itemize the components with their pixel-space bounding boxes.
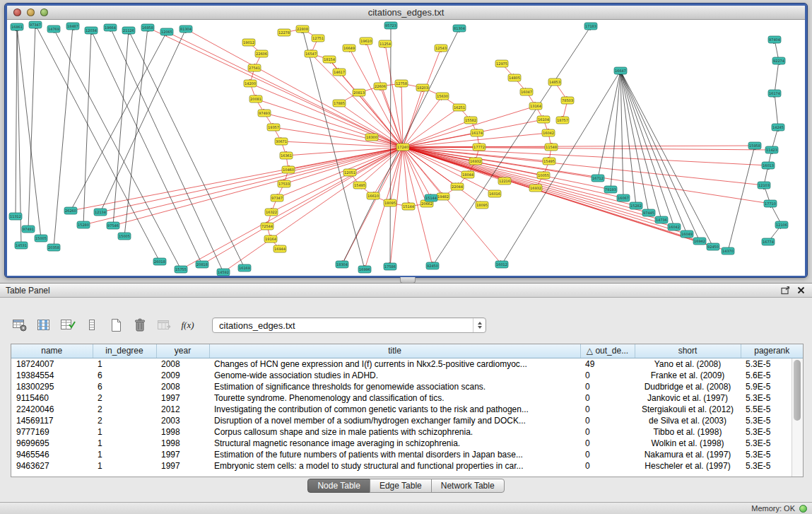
graph-node[interactable]: 95723 <box>384 22 397 29</box>
graph-node[interactable]: 15958 <box>748 142 761 149</box>
table-cell[interactable]: 0 <box>580 426 635 438</box>
graph-node[interactable]: 12134 <box>94 209 107 216</box>
graph-node[interactable]: 97347 <box>271 194 283 201</box>
graph-node[interactable]: 16169 <box>238 264 251 271</box>
graph-node[interactable]: 16712 <box>592 175 604 182</box>
graph-node[interactable]: 13164 <box>529 103 542 110</box>
table-cell[interactable]: Dudbridge et al. (2008) <box>635 381 741 392</box>
graph-node[interactable]: 97347 <box>29 21 42 28</box>
graph-node[interactable]: 97404 <box>768 36 781 43</box>
graph-node[interactable]: 16016 <box>488 190 501 197</box>
float-panel-icon[interactable] <box>779 286 791 296</box>
graph-node[interactable]: 15144 <box>425 194 437 201</box>
tab-network-table[interactable]: Network Table <box>431 479 505 493</box>
graph-node[interactable]: 12975 <box>495 60 508 67</box>
graph-node[interactable]: 16647 <box>614 67 627 74</box>
graph-node[interactable]: 16013 <box>762 162 775 169</box>
graph-node[interactable]: 18095 <box>384 199 396 206</box>
table-cell[interactable]: Genome-wide association studies in ADHD. <box>209 370 580 381</box>
table-vertical-scrollbar[interactable] <box>792 358 803 477</box>
graph-node[interactable]: 14769 <box>47 25 60 33</box>
graph-node[interactable]: 12758 <box>395 80 408 87</box>
graph-node[interactable]: 12051 <box>343 169 356 176</box>
table-cell[interactable]: Structural magnetic resonance image aver… <box>209 438 580 449</box>
table-cell[interactable]: Investigating the contribution of common… <box>209 404 580 415</box>
graph-node[interactable]: 10055 <box>537 172 550 179</box>
graph-node[interactable]: 11254 <box>379 40 392 47</box>
graph-node[interactable]: 14617 <box>333 69 346 76</box>
row-height-icon[interactable] <box>82 316 101 335</box>
graph-node[interactable]: 16322 <box>265 209 278 216</box>
table-cell[interactable]: 0 <box>580 370 635 381</box>
graph-node[interactable]: 16774 <box>762 238 775 245</box>
table-row[interactable]: 977716911998Corpus callosum shape and si… <box>11 426 803 438</box>
table-cell[interactable]: 9115460 <box>11 392 93 404</box>
graph-node[interactable]: 81304 <box>180 25 192 33</box>
tab-node-table[interactable]: Node Table <box>307 479 370 493</box>
graph-node[interactable]: 15495 <box>543 158 555 165</box>
table-row[interactable]: 2242004622012Investigating the contribut… <box>11 404 803 415</box>
table-cell[interactable]: Corpus callosum shape and size in male p… <box>209 426 580 438</box>
table-cell[interactable]: Jankovic et al. (1997) <box>635 392 741 404</box>
graph-node[interactable]: 17240 <box>396 144 409 151</box>
show-columns-icon[interactable] <box>34 316 53 335</box>
graph-node[interactable]: 14805 <box>508 74 521 81</box>
graph-node[interactable]: 26260 <box>64 207 77 214</box>
graph-node[interactable]: 19012 <box>242 39 255 46</box>
graph-node[interactable]: 12216 <box>498 177 511 185</box>
delete-table-trash-icon[interactable] <box>130 316 149 335</box>
graph-node[interactable]: 16861 <box>11 23 23 30</box>
graph-node[interactable]: 16942 <box>693 238 706 245</box>
table-cell[interactable]: 1997 <box>156 449 209 460</box>
graph-node[interactable]: 15630 <box>436 93 449 100</box>
window-minimize-button[interactable] <box>27 8 35 16</box>
table-cell[interactable]: 1 <box>93 358 156 370</box>
table-cell[interactable]: 2 <box>93 392 156 404</box>
graph-node[interactable]: 18487 <box>66 23 79 30</box>
table-cell[interactable]: Tourette syndrome. Phenomenology and cla… <box>209 392 580 404</box>
graph-node[interactable]: 97445 <box>642 209 655 216</box>
graph-node[interactable]: 15755 <box>175 266 187 273</box>
graph-node[interactable]: 17772 <box>473 144 486 151</box>
import-table-icon[interactable] <box>154 316 173 335</box>
table-cell[interactable]: Nakamura et al. (1997) <box>635 449 741 460</box>
graph-node[interactable]: 16049 <box>681 230 693 238</box>
table-cell[interactable]: 0 <box>580 438 635 449</box>
graph-node[interactable]: 17586 <box>384 263 396 270</box>
column-header-year[interactable]: year <box>156 344 209 358</box>
window-titlebar[interactable]: citations_edges.txt <box>7 6 805 20</box>
table-cell[interactable]: Franke et al. (2009) <box>635 370 741 381</box>
table-cell[interactable]: Embryonic stem cells: a model to study s… <box>209 460 580 472</box>
new-table-icon[interactable] <box>106 316 125 335</box>
graph-node[interactable]: 14592 <box>217 269 230 276</box>
graph-node[interactable]: 19482 <box>437 193 449 200</box>
table-cell[interactable]: 2008 <box>156 358 209 370</box>
table-cell[interactable]: 9699695 <box>11 438 93 449</box>
graph-node[interactable]: 18203 <box>416 84 429 91</box>
tab-edge-table[interactable]: Edge Table <box>370 479 432 493</box>
graph-node[interactable]: 20081 <box>249 95 262 103</box>
table-cell[interactable]: Changes of HCN gene expression and I(f) … <box>209 358 580 370</box>
graph-node[interactable]: 14370 <box>722 247 734 255</box>
table-cell[interactable]: 0 <box>580 381 635 392</box>
graph-node[interactable]: 19610 <box>360 37 372 45</box>
graph-node[interactable]: 14531 <box>15 242 28 249</box>
table-cell[interactable]: 0 <box>580 460 635 472</box>
graph-node[interactable]: 19164 <box>264 235 277 243</box>
table-row[interactable]: 969969511998Structural magnetic resonanc… <box>11 438 803 449</box>
graph-node[interactable]: 15144 <box>402 203 415 210</box>
graph-node[interactable]: 12278 <box>278 29 290 36</box>
table-cell[interactable]: 6 <box>93 381 156 392</box>
graph-node[interactable]: 72544 <box>261 223 273 230</box>
column-header-name[interactable]: name <box>11 344 93 358</box>
graph-node[interactable]: 16251 <box>453 104 466 111</box>
table-select-dropdown[interactable]: citations_edges.txt <box>212 317 486 333</box>
graph-node[interactable]: 16547 <box>305 50 317 57</box>
column-header-title[interactable]: title <box>209 344 580 358</box>
graph-node[interactable]: 17533 <box>278 180 290 187</box>
graph-node[interactable]: 12103 <box>758 182 770 189</box>
column-header-pagerank[interactable]: pagerank <box>741 344 803 358</box>
table-cell[interactable]: 1997 <box>156 460 209 472</box>
table-cell[interactable]: 1998 <box>156 438 209 449</box>
graph-node[interactable]: 16042 <box>668 223 681 230</box>
